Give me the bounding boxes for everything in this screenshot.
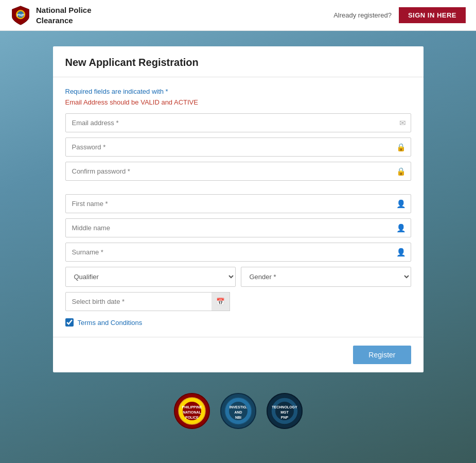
main-content: New Applicant Registration Required fiel… bbox=[0, 31, 476, 383]
qualifier-select[interactable]: Qualifier Jr. Sr. II III IV bbox=[65, 267, 236, 287]
header: PNP National Police Clearance Already re… bbox=[0, 0, 476, 31]
email-field[interactable] bbox=[65, 113, 411, 132]
svg-text:POLICE: POLICE bbox=[185, 416, 198, 419]
lock-icon: 🔒 bbox=[396, 143, 406, 152]
app-logo-icon: PNP bbox=[10, 5, 31, 26]
svg-text:INVESTIG.: INVESTIG. bbox=[229, 405, 247, 409]
gender-select-group: Gender * Male Female bbox=[241, 267, 411, 287]
email-icon: ✉ bbox=[399, 118, 406, 128]
card-footer: Register bbox=[53, 337, 424, 372]
user-icon-sur: 👤 bbox=[396, 248, 406, 257]
header-right: Already registered? SIGN IN HERE bbox=[333, 7, 466, 23]
required-note: Required fields are indicated with * bbox=[65, 88, 411, 95]
already-registered-label: Already registered? bbox=[333, 11, 392, 19]
logo-area: PNP National Police Clearance bbox=[10, 5, 92, 26]
footer-logo-pnp: PHILIPPINE NATIONAL POLICE bbox=[174, 393, 210, 429]
svg-text:PNP: PNP bbox=[17, 12, 25, 17]
firstname-field[interactable] bbox=[65, 194, 411, 213]
gender-group: Gender * Male Female bbox=[241, 267, 411, 287]
password-group: 🔒 bbox=[65, 138, 411, 157]
svg-text:MGT: MGT bbox=[280, 410, 289, 414]
birthdate-row: 📅 bbox=[65, 292, 411, 311]
card-header: New Applicant Registration bbox=[53, 46, 424, 77]
svg-text:NATIONAL: NATIONAL bbox=[183, 410, 201, 414]
register-button[interactable]: Register bbox=[353, 346, 411, 364]
qualifier-group: Qualifier Jr. Sr. II III IV bbox=[65, 267, 236, 287]
middlename-field[interactable] bbox=[65, 218, 411, 237]
surname-field[interactable] bbox=[65, 243, 411, 262]
app-title: National Police Clearance bbox=[36, 5, 92, 25]
firstname-group: 👤 bbox=[65, 194, 411, 213]
card-title: New Applicant Registration bbox=[65, 57, 411, 68]
svg-text:PHILIPPINE: PHILIPPINE bbox=[182, 405, 202, 409]
password-field[interactable] bbox=[65, 138, 411, 157]
confirm-lock-icon: 🔒 bbox=[396, 167, 406, 176]
card-body: Required fields are indicated with * Ema… bbox=[53, 77, 424, 337]
svg-text:TECHNOLOGY: TECHNOLOGY bbox=[272, 405, 297, 409]
birthdate-field[interactable] bbox=[65, 292, 230, 311]
footer-logo-itms: TECHNOLOGY MGT PNP bbox=[267, 393, 303, 429]
surname-group: 👤 bbox=[65, 243, 411, 262]
terms-row: Terms and Conditions bbox=[65, 318, 411, 327]
gender-select[interactable]: Gender * Male Female bbox=[241, 267, 411, 287]
svg-text:NBI: NBI bbox=[235, 416, 241, 419]
user-icon-mid: 👤 bbox=[396, 224, 406, 233]
sign-in-button[interactable]: SIGN IN HERE bbox=[399, 7, 466, 23]
footer-logos: PHILIPPINE NATIONAL POLICE INVESTIG. AND… bbox=[0, 383, 476, 434]
email-group: ✉ bbox=[65, 113, 411, 132]
qualifier-select-group: Qualifier Jr. Sr. II III IV bbox=[65, 267, 236, 287]
confirm-password-group: 🔒 bbox=[65, 162, 411, 181]
email-warning: Email Address should be VALID and ACTIVE bbox=[65, 98, 411, 106]
terms-link[interactable]: Terms and Conditions bbox=[78, 319, 143, 327]
footer-logo-nbi: INVESTIG. AND NBI bbox=[220, 393, 256, 429]
calendar-icon: 📅 bbox=[216, 298, 225, 305]
terms-checkbox[interactable] bbox=[65, 318, 74, 327]
svg-text:AND: AND bbox=[234, 410, 242, 414]
qualifier-gender-row: Qualifier Jr. Sr. II III IV Gender * bbox=[65, 267, 411, 287]
middlename-group: 👤 bbox=[65, 218, 411, 237]
confirm-password-field[interactable] bbox=[65, 162, 411, 181]
birthdate-group: 📅 bbox=[65, 292, 230, 311]
registration-card: New Applicant Registration Required fiel… bbox=[53, 46, 424, 372]
svg-text:PNP: PNP bbox=[280, 416, 288, 419]
calendar-button[interactable]: 📅 bbox=[211, 292, 230, 311]
user-icon: 👤 bbox=[396, 199, 406, 209]
terms-label[interactable]: Terms and Conditions bbox=[78, 319, 143, 327]
